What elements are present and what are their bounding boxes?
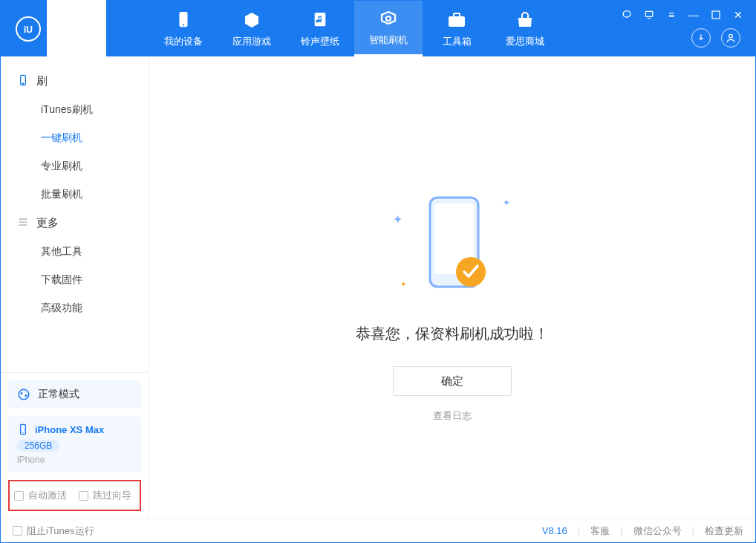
device-subtype: iPhone [17, 455, 132, 465]
nav-tab-3[interactable]: 智能刷机 [354, 1, 423, 56]
nav-tab-0[interactable]: 我的设备 [149, 1, 218, 56]
sidebar-bottom: 正常模式 iPhone XS Max 256GB iPhone 自动激活 跳过向… [1, 372, 149, 518]
device-capacity: 256GB [17, 440, 59, 452]
feedback-icon[interactable] [642, 8, 656, 22]
nav-tab-5[interactable]: 爱思商城 [491, 1, 559, 56]
phone-icon [17, 423, 29, 435]
music-icon [312, 10, 328, 30]
header-actions [691, 28, 740, 48]
skip-guide-label: 跳过向导 [93, 489, 131, 502]
success-illustration: ✦ ✦ ✦ [400, 190, 504, 302]
sidebar-item[interactable]: 高级功能 [1, 294, 149, 322]
nav-tab-label: 爱思商城 [506, 35, 544, 48]
skip-guide-checkbox[interactable]: 跳过向导 [79, 489, 131, 502]
window-controls: ≡ — ✕ [620, 8, 745, 22]
svg-point-14 [19, 389, 29, 400]
success-title: 恭喜您，保资料刷机成功啦！ [356, 324, 549, 344]
block-itunes-checkbox[interactable]: 阻止iTunes运行 [13, 524, 94, 538]
device-box[interactable]: iPhone XS Max 256GB iPhone [8, 416, 141, 472]
svg-point-16 [25, 394, 27, 397]
support-link[interactable]: 客服 [590, 524, 610, 538]
sidebar-item[interactable]: 批量刷机 [1, 181, 149, 209]
nav-tab-1[interactable]: 应用游戏 [218, 1, 286, 56]
app-window: iU 爱思助手 www.i4.cn 我的设备应用游戏铃声壁纸智能刷机工具箱爱思商… [0, 0, 756, 543]
sidebar-item[interactable]: 一键刷机 [1, 124, 149, 152]
svg-point-15 [21, 392, 23, 394]
main-content: ✦ ✦ ✦ 恭喜您，保资料刷机成功啦！ 确定 查看日志 [149, 56, 755, 518]
auto-activate-checkbox[interactable]: 自动激活 [14, 489, 67, 502]
user-icon[interactable] [721, 28, 740, 48]
download-icon[interactable] [691, 28, 711, 48]
device-name-text: iPhone XS Max [35, 424, 104, 435]
logo-text: 爱思助手 www.i4.cn [47, 0, 106, 108]
mode-box[interactable]: 正常模式 [8, 380, 141, 409]
svg-rect-5 [454, 13, 460, 17]
logo-icon: iU [16, 16, 41, 42]
logo-area: iU 爱思助手 www.i4.cn [1, 0, 149, 108]
body: 刷机iTunes刷机一键刷机专业刷机批量刷机更多其他工具下载固件高级功能 正常模… [1, 56, 755, 518]
sync-icon [17, 388, 30, 401]
nav-tabs: 我的设备应用游戏铃声壁纸智能刷机工具箱爱思商城 [149, 1, 559, 56]
theme-icon[interactable] [620, 8, 633, 22]
svg-rect-7 [712, 11, 720, 19]
wechat-link[interactable]: 微信公众号 [633, 524, 682, 538]
svg-text:iU: iU [24, 24, 33, 34]
sidebar-item[interactable]: 专业刷机 [1, 152, 149, 181]
block-itunes-label: 阻止iTunes运行 [27, 524, 94, 538]
sidebar-section-title: 更多 [1, 209, 149, 238]
nav-tab-label: 铃声壁纸 [301, 35, 339, 48]
nav-tab-label: 应用游戏 [232, 35, 271, 48]
sidebar-item[interactable]: 其他工具 [1, 238, 149, 266]
sparkle-icon: ✦ [400, 280, 406, 288]
svg-rect-3 [315, 12, 326, 25]
options-highlight: 自动激活 跳过向导 [8, 480, 141, 511]
refresh-icon [379, 8, 397, 29]
version-text: V8.16 [542, 525, 567, 536]
confirm-button[interactable]: 确定 [393, 366, 512, 396]
sparkle-icon: ✦ [503, 198, 510, 208]
nav-tab-label: 工具箱 [443, 35, 472, 48]
svg-point-8 [729, 34, 733, 38]
sidebar: 刷机iTunes刷机一键刷机专业刷机批量刷机更多其他工具下载固件高级功能 正常模… [1, 56, 149, 518]
footer-right: V8.16 | 客服 | 微信公众号 | 检查更新 [542, 524, 743, 538]
nav-tab-4[interactable]: 工具箱 [423, 1, 491, 56]
sidebar-item[interactable]: 下载固件 [1, 266, 149, 294]
toolbox-icon [447, 10, 466, 30]
mode-label: 正常模式 [38, 388, 79, 401]
view-log-link[interactable]: 查看日志 [433, 409, 472, 423]
nav-tab-2[interactable]: 铃声壁纸 [286, 1, 354, 56]
footer: 阻止iTunes运行 V8.16 | 客服 | 微信公众号 | 检查更新 [1, 518, 755, 542]
svg-rect-4 [449, 16, 465, 27]
svg-rect-6 [645, 11, 652, 16]
menu-icon[interactable]: ≡ [665, 8, 678, 22]
svg-point-2 [183, 24, 184, 25]
check-update-link[interactable]: 检查更新 [705, 524, 743, 538]
auto-activate-label: 自动激活 [28, 489, 67, 502]
store-icon [516, 10, 534, 30]
nav-tab-label: 智能刷机 [369, 33, 408, 47]
minimize-icon[interactable]: — [687, 8, 700, 22]
nav-tab-label: 我的设备 [164, 35, 203, 48]
sparkle-icon: ✦ [393, 212, 403, 227]
svg-point-18 [22, 432, 23, 433]
app-title: 爱思助手 [47, 0, 106, 99]
header: iU 爱思助手 www.i4.cn 我的设备应用游戏铃声壁纸智能刷机工具箱爱思商… [1, 1, 755, 56]
device-icon [175, 10, 192, 30]
maximize-icon[interactable] [709, 8, 723, 22]
cube-icon [243, 10, 261, 30]
close-icon[interactable]: ✕ [731, 8, 745, 22]
app-subtitle: www.i4.cn [47, 99, 106, 108]
list-icon [17, 216, 29, 230]
